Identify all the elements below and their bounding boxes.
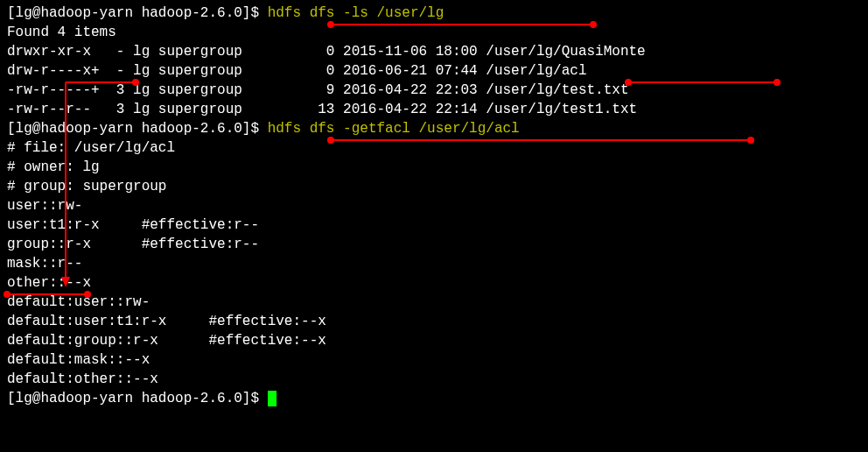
- command-text: hdfs dfs -getfacl /user/lg/acl: [268, 121, 520, 137]
- ls-row: -rw-r-----+ 3 lg supergroup 9 2016-04-22…: [7, 81, 861, 100]
- terminal-line-prompt1: [lg@hadoop-yarn hadoop-2.6.0]$ hdfs dfs …: [7, 4, 861, 23]
- acl-line: # group: supergroup: [7, 177, 861, 196]
- prompt: [lg@hadoop-yarn hadoop-2.6.0]$: [7, 121, 268, 137]
- acl-line: default:other::--x: [7, 370, 861, 389]
- command-text: hdfs dfs -ls /user/lg: [268, 5, 444, 21]
- acl-line: # file: /user/lg/acl: [7, 138, 861, 158]
- acl-line: # owner: lg: [7, 158, 861, 177]
- acl-line: mask::r--: [7, 254, 861, 273]
- acl-line: default:group::r-x #effective:--x: [7, 331, 861, 350]
- cursor[interactable]: [268, 391, 276, 406]
- terminal-line-prompt2: [lg@hadoop-yarn hadoop-2.6.0]$ hdfs dfs …: [7, 119, 861, 138]
- prompt: [lg@hadoop-yarn hadoop-2.6.0]$: [7, 5, 268, 21]
- acl-line: user::rw-: [7, 196, 861, 215]
- acl-line: default:user::rw-: [7, 293, 861, 312]
- acl-line: default:mask::--x: [7, 350, 861, 370]
- acl-line: user:t1:r-x #effective:r--: [7, 215, 861, 235]
- prompt: [lg@hadoop-yarn hadoop-2.6.0]$: [7, 391, 268, 406]
- ls-row: drwxr-xr-x - lg supergroup 0 2015-11-06 …: [7, 42, 861, 61]
- ls-row: drw-r----x+ - lg supergroup 0 2016-06-21…: [7, 61, 861, 81]
- ls-row: -rw-r--r-- 3 lg supergroup 13 2016-04-22…: [7, 100, 861, 119]
- acl-line: other::--x: [7, 273, 861, 293]
- terminal-line-prompt3: [lg@hadoop-yarn hadoop-2.6.0]$: [7, 389, 861, 408]
- acl-line: group::r-x #effective:r--: [7, 235, 861, 254]
- ls-header: Found 4 items: [7, 23, 861, 42]
- acl-line: default:user:t1:r-x #effective:--x: [7, 312, 861, 331]
